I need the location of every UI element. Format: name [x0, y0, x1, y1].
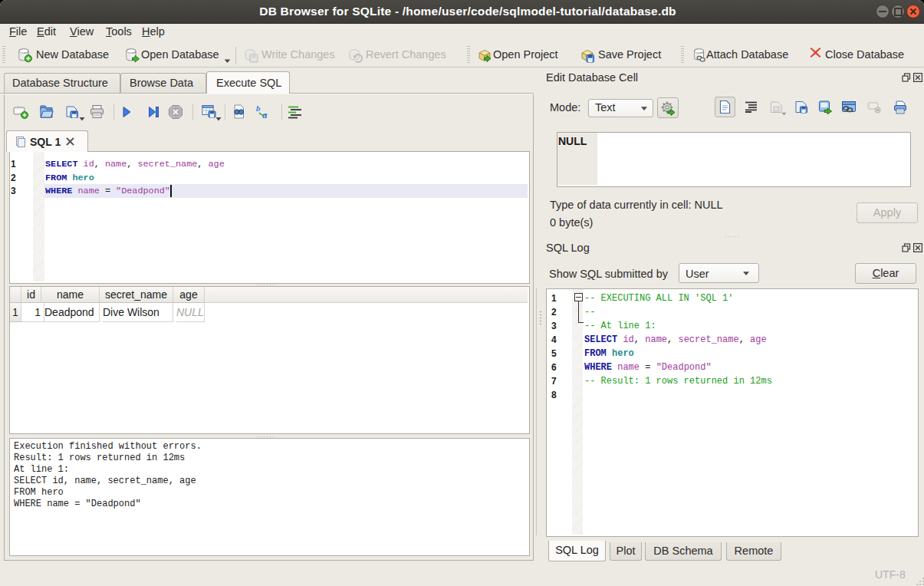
svg-text:b: b — [256, 104, 261, 113]
svg-text:a: a — [262, 109, 268, 120]
